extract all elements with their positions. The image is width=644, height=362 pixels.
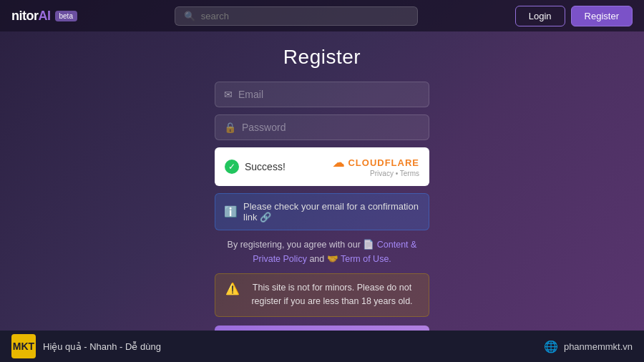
email-input[interactable] <box>238 89 420 100</box>
cloudflare-success-text: Success! <box>245 161 286 172</box>
login-button[interactable]: Login <box>515 6 565 26</box>
top-navigation: nitorAI beta 🔍 Login Register <box>0 0 644 31</box>
check-icon: ✓ <box>225 160 239 174</box>
search-input[interactable] <box>201 11 409 21</box>
terms-link[interactable]: Term of Use. <box>341 254 391 264</box>
cloudflare-logo: ☁ CLOUDFLARE Privacy • Terms <box>333 156 419 177</box>
lock-icon: 🔒 <box>224 122 236 133</box>
logo-area: nitorAI beta <box>11 9 77 24</box>
bottom-tagline: Hiệu quả - Nhanh - Dễ dùng <box>43 341 161 352</box>
globe-icon: 🌐 <box>544 340 558 353</box>
search-bar[interactable]: 🔍 <box>175 6 418 26</box>
agreement-icon1: 📄 <box>363 240 376 250</box>
bottom-right: 🌐 phanmemmkt.vn <box>544 340 633 353</box>
main-content: Register ✉ 🔒 ✓ Success! ☁ CLOUDFLARE Pri… <box>0 31 644 362</box>
agreement-text: By registering, you agree with our 📄 Con… <box>215 238 429 266</box>
agreement-prefix: By registering, you agree with our <box>228 240 361 250</box>
logo-text: nitorAI <box>11 9 51 24</box>
agreement-icon2: 🤝 <box>327 254 338 264</box>
warning-icon: ⚠️ <box>225 282 240 295</box>
info-box: ℹ️ Please check your email for a confirm… <box>215 193 429 230</box>
email-icon: ✉ <box>224 89 233 100</box>
info-icon: ℹ️ <box>224 205 238 218</box>
warning-text: This site is not for minors. Please do n… <box>245 281 419 309</box>
warning-box: ⚠️ This site is not for minors. Please d… <box>215 273 429 317</box>
cloudflare-links: Privacy • Terms <box>370 170 419 177</box>
search-icon: 🔍 <box>184 11 195 21</box>
page-title: Register <box>283 46 361 69</box>
email-field-container: ✉ <box>215 82 429 107</box>
cloudflare-widget[interactable]: ✓ Success! ☁ CLOUDFLARE Privacy • Terms <box>215 147 429 186</box>
password-field-container: 🔒 <box>215 114 429 140</box>
mkt-logo: MKT <box>11 334 36 358</box>
bottom-bar: MKT Hiệu quả - Nhanh - Dễ dùng 🌐 phanmem… <box>0 331 644 362</box>
password-input[interactable] <box>242 122 420 133</box>
cloudflare-brand-text: CLOUDFLARE <box>348 157 419 168</box>
register-nav-button[interactable]: Register <box>571 6 633 26</box>
agreement-and: and <box>309 254 324 264</box>
bottom-left: MKT Hiệu quả - Nhanh - Dễ dùng <box>11 334 161 358</box>
cloudflare-success: ✓ Success! <box>225 160 286 174</box>
nav-buttons: Login Register <box>515 6 633 26</box>
website-text: phanmemmkt.vn <box>564 341 633 352</box>
cloudflare-flame-icon: ☁ <box>333 156 345 170</box>
info-text: Please check your email for a confirmati… <box>243 201 420 222</box>
beta-badge: beta <box>55 11 77 21</box>
